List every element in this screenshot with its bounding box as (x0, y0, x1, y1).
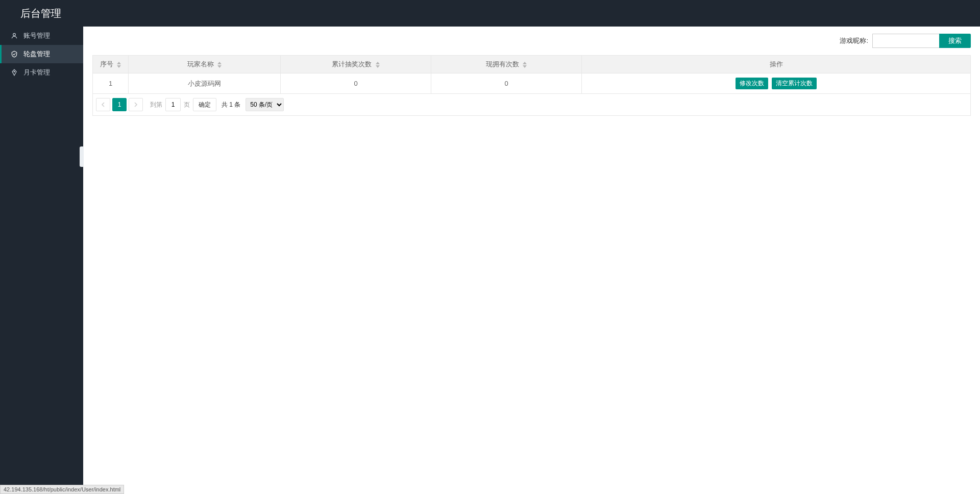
cell-index: 1 (93, 73, 129, 94)
status-bar: 42.194.135.168/ht/public/index/User/inde… (0, 485, 124, 494)
column-total-draws[interactable]: 累计抽奖次数 (281, 56, 431, 73)
user-icon (10, 32, 18, 40)
cell-actions: 修改次数 清空累计次数 (582, 73, 971, 94)
goto-page-input[interactable] (165, 98, 181, 111)
main-content: 游戏昵称: 搜索 序号 玩家名称 累计抽奖次数 (83, 27, 980, 494)
sidebar-item-monthcard[interactable]: 月卡管理 (0, 63, 83, 82)
edit-count-button[interactable]: 修改次数 (736, 78, 768, 89)
sort-icon[interactable] (117, 62, 121, 68)
column-actions: 操作 (582, 56, 971, 73)
total-count-label: 共 1 条 (222, 101, 240, 109)
table-header-row: 序号 玩家名称 累计抽奖次数 现拥有次数 (93, 56, 971, 73)
chevron-right-icon (134, 102, 138, 107)
search-button[interactable]: 搜索 (939, 34, 971, 48)
sidebar-item-label: 轮盘管理 (23, 50, 50, 59)
sidebar-collapse-handle[interactable] (80, 146, 84, 167)
app-header: 后台管理 (0, 0, 980, 27)
column-player-name[interactable]: 玩家名称 (129, 56, 281, 73)
sort-icon[interactable] (376, 62, 380, 68)
chevron-left-icon (101, 102, 105, 107)
app-title: 后台管理 (20, 7, 61, 20)
goto-confirm-button[interactable]: 确定 (193, 98, 216, 111)
goto-label: 到第 (150, 101, 162, 109)
sort-icon[interactable] (217, 62, 222, 68)
cell-owned-count: 0 (431, 73, 582, 94)
goto-suffix: 页 (184, 101, 190, 109)
search-label: 游戏昵称: (840, 36, 868, 45)
page-next-button[interactable] (129, 98, 143, 111)
sidebar-item-wheel[interactable]: 轮盘管理 (0, 45, 83, 63)
main-layout: 账号管理 轮盘管理 月卡管理 游戏昵称: 搜索 序号 (0, 27, 980, 494)
page-prev-button[interactable] (96, 98, 110, 111)
svg-point-0 (13, 33, 16, 36)
sidebar-item-label: 账号管理 (23, 31, 50, 40)
search-bar: 游戏昵称: 搜索 (92, 34, 971, 48)
pagination: 1 到第 页 确定 共 1 条 50 条/页 (92, 94, 971, 116)
sort-icon[interactable] (523, 62, 527, 68)
column-owned-count[interactable]: 现拥有次数 (431, 56, 582, 73)
search-input[interactable] (872, 34, 940, 48)
table-row: 1 小皮源码网 0 0 修改次数 清空累计次数 (93, 73, 971, 94)
clear-total-button[interactable]: 清空累计次数 (772, 78, 817, 89)
page-number-button[interactable]: 1 (112, 98, 127, 111)
shield-icon (10, 50, 18, 58)
column-index[interactable]: 序号 (93, 56, 129, 73)
svg-point-1 (14, 71, 15, 72)
sidebar-item-label: 月卡管理 (23, 68, 50, 77)
data-table: 序号 玩家名称 累计抽奖次数 现拥有次数 (92, 55, 971, 94)
cell-total-draws: 0 (281, 73, 431, 94)
diamond-icon (10, 68, 18, 77)
cell-player-name: 小皮源码网 (129, 73, 281, 94)
sidebar: 账号管理 轮盘管理 月卡管理 (0, 27, 83, 494)
sidebar-item-account[interactable]: 账号管理 (0, 27, 83, 45)
page-size-select[interactable]: 50 条/页 (246, 98, 284, 111)
